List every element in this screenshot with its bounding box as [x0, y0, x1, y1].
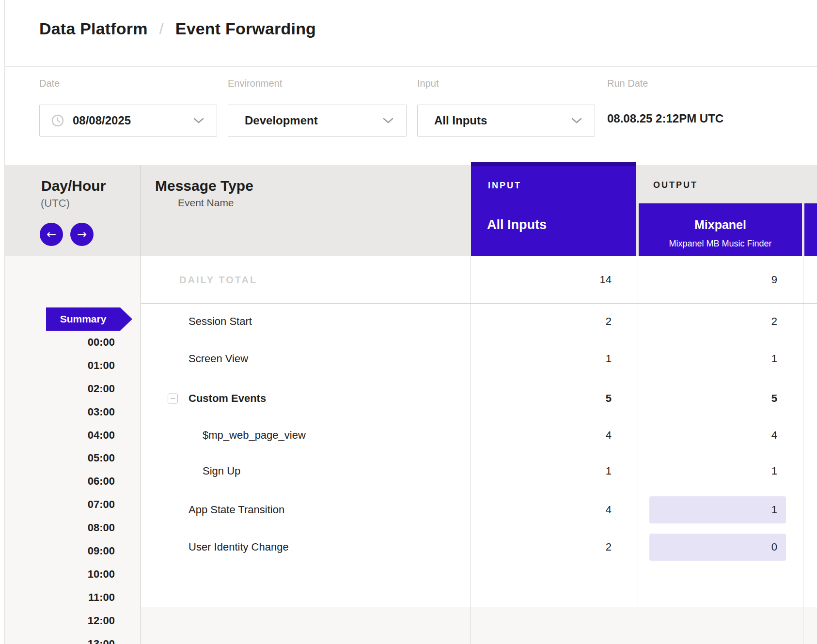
row-label: Session Start — [189, 315, 252, 328]
output-cell: 1 — [771, 353, 777, 365]
breadcrumb-section-link[interactable]: Data Platform — [39, 19, 148, 38]
input-column-name: All Inputs — [487, 217, 547, 232]
output-column-header-mixpanel[interactable]: Mixpanel Mixpanel MB Music Finder — [639, 203, 802, 256]
input-cell: 5 — [606, 392, 612, 405]
output-column-header-partial[interactable] — [804, 203, 817, 256]
input-section-label: INPUT — [488, 181, 521, 191]
input-cell: 1 — [606, 353, 612, 365]
output-column-name: Mixpanel — [639, 218, 802, 232]
daily-total-input-value: 14 — [600, 274, 612, 286]
environment-filter-label: Environment — [228, 78, 282, 89]
row-label: User Identity Change — [189, 541, 289, 553]
hour-item-1100[interactable]: 11:00 — [88, 591, 115, 604]
hour-item-0200[interactable]: 02:00 — [88, 383, 115, 395]
next-day-button[interactable]: → — [70, 223, 94, 246]
table-header-band: Day/Hour (UTC) ← → Message Type Event Na… — [5, 165, 817, 256]
top-header: Data Platform / Event Forwarding — [5, 0, 817, 67]
input-value: All Inputs — [434, 114, 487, 127]
hour-item-0100[interactable]: 01:00 — [88, 359, 115, 372]
arrow-left-icon: ← — [47, 229, 56, 240]
output-cell: 4 — [771, 429, 777, 442]
input-column-header[interactable]: INPUT All Inputs — [471, 162, 636, 256]
hour-item-1000[interactable]: 10:00 — [88, 568, 115, 581]
summary-tab[interactable]: Summary — [46, 307, 132, 331]
output-cell-value: 0 — [771, 541, 777, 553]
page-title: Event Forwarding — [175, 19, 316, 38]
hour-item-0600[interactable]: 06:00 — [88, 475, 115, 488]
input-cell: 2 — [606, 541, 612, 553]
environment-value: Development — [245, 114, 318, 127]
breadcrumb-separator: / — [148, 20, 175, 38]
hour-item-0500[interactable]: 05:00 — [88, 452, 115, 464]
hour-item-0300[interactable]: 03:00 — [88, 406, 115, 418]
output-cell: 2 — [771, 315, 777, 328]
output-cell: 1 — [771, 465, 777, 477]
breadcrumb: Data Platform / Event Forwarding — [39, 19, 316, 38]
hour-item-0800[interactable]: 08:00 — [88, 521, 115, 534]
mixpanel-column-divider — [638, 256, 638, 644]
rail-column-divider — [141, 165, 141, 644]
day-hour-timezone: (UTC) — [41, 197, 70, 210]
output-cell-highlighted: 1 — [649, 496, 786, 523]
event-name-subtitle: Event Name — [178, 197, 234, 209]
collapse-minus-icon[interactable] — [168, 394, 178, 404]
input-column-accent-strip — [471, 162, 636, 166]
previous-day-button[interactable]: ← — [40, 223, 63, 246]
daily-total-label: DAILY TOTAL — [179, 275, 257, 286]
daily-total-output-value: 9 — [771, 274, 777, 286]
table-footer-band — [141, 607, 817, 644]
hour-item-0400[interactable]: 04:00 — [88, 429, 115, 442]
row-label: Screen View — [189, 353, 248, 365]
input-cell: 4 — [606, 504, 612, 516]
date-filter-label: Date — [39, 78, 60, 89]
output-section-label: OUTPUT — [653, 180, 698, 190]
row-label: App State Transition — [189, 504, 284, 516]
input-cell: 2 — [606, 315, 612, 328]
hour-item-1200[interactable]: 12:00 — [88, 614, 115, 627]
output-cell-value: 1 — [771, 504, 777, 516]
input-cell: 4 — [606, 429, 612, 442]
chevron-down-icon — [383, 118, 393, 123]
hour-item-0900[interactable]: 09:00 — [88, 545, 115, 557]
input-filter-label: Input — [417, 78, 439, 89]
next-column-divider — [803, 256, 803, 644]
output-cell: 5 — [771, 392, 777, 405]
run-date-value: 08.08.25 2:12PM UTC — [607, 112, 723, 125]
chevron-down-icon — [571, 118, 582, 123]
arrow-right-icon: → — [77, 229, 87, 240]
hour-item-0700[interactable]: 07:00 — [88, 498, 115, 511]
date-value: 08/08/2025 — [73, 114, 131, 127]
row-label: Sign Up — [203, 465, 240, 477]
input-cell: 1 — [606, 465, 612, 477]
row-label: $mp_web_page_view — [203, 429, 306, 442]
day-hour-column-title: Day/Hour — [41, 178, 106, 194]
clock-icon — [51, 114, 64, 127]
environment-select[interactable]: Development — [228, 105, 407, 137]
hour-item-0000[interactable]: 00:00 — [88, 336, 115, 349]
chevron-down-icon — [193, 118, 204, 123]
summary-tab-label: Summary — [60, 313, 107, 325]
message-type-column-title: Message Type — [155, 178, 253, 194]
row-label: Custom Events — [189, 392, 266, 405]
run-date-label: Run Date — [607, 78, 648, 89]
filter-bar: Date Environment Input Run Date 08/08/20… — [5, 67, 817, 165]
output-connection-name: Mixpanel MB Music Finder — [639, 239, 802, 249]
hour-item-1300[interactable]: 13:00 — [88, 638, 115, 644]
daily-total-divider — [141, 303, 817, 304]
output-cell-highlighted: 0 — [649, 534, 786, 561]
input-select[interactable]: All Inputs — [417, 105, 595, 137]
date-select[interactable]: 08/08/2025 — [39, 105, 217, 137]
input-column-divider — [470, 256, 471, 644]
